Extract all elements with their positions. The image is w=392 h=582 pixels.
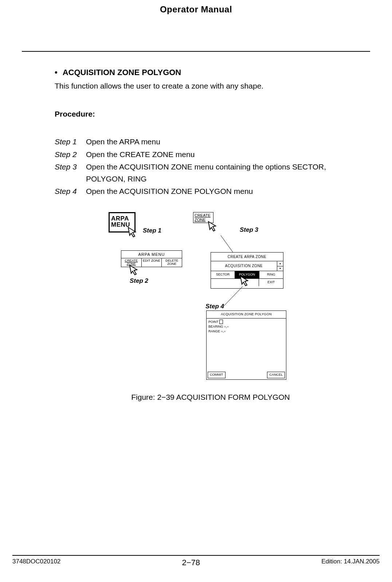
svg-marker-0 xyxy=(128,227,136,237)
polygon-panel-body: POINT BEARING =,= RANGE =,= xyxy=(207,319,286,335)
bullet-icon: • xyxy=(55,66,58,79)
bottom-rule xyxy=(12,555,380,556)
scroll-up-icon: ▴ xyxy=(277,261,283,266)
acquisition-zone-label: ACQUISITION ZONE xyxy=(211,261,277,271)
top-rule xyxy=(22,51,370,52)
svg-line-5 xyxy=(224,286,243,306)
step-row: Step 1 Open the ARPA menu xyxy=(55,136,366,148)
cursor-arrow-icon xyxy=(128,264,141,277)
option-sector: SECTOR xyxy=(211,271,235,278)
exit-button: EXIT xyxy=(259,279,283,286)
step-label: Step 4 xyxy=(55,185,81,198)
figure-caption: Figure: 2−39 ACQUISITION FORM POLYGON xyxy=(55,391,366,403)
figure-step2-label: Step 2 xyxy=(130,276,148,286)
step-text: Open the CREATE ZONE menu xyxy=(86,149,366,161)
cancel-button: CANCEL xyxy=(267,372,285,378)
section-heading: • ACQUISITION ZONE POLYGON xyxy=(55,66,366,79)
step-label: Step 2 xyxy=(55,149,81,161)
page-footer: 3748DOC020102 2−78 Edition: 14.JAN.2005 xyxy=(12,552,380,567)
commit-button: COMMIT xyxy=(208,372,226,378)
arpa-menu-panel-title: ARPA MENU xyxy=(121,251,182,258)
figure-step1-label: Step 1 xyxy=(143,226,161,235)
section-intro: This function allows the user to create … xyxy=(55,80,366,92)
scroll-arrows: ▴ ▾ xyxy=(277,261,283,271)
arpa-btn-line1: ARPA xyxy=(111,215,133,222)
footer-page-number: 2−78 xyxy=(182,558,200,567)
option-ring: RING xyxy=(259,271,283,278)
step-text: Open the ARPA menu xyxy=(86,136,366,148)
step-row: Step 4 Open the ACQUISITION ZONE POLYGON… xyxy=(55,185,366,198)
connector-line xyxy=(222,285,251,310)
acquisition-zone-polygon-panel: ACQUISITION ZONE POLYGON POINT BEARING =… xyxy=(206,310,286,380)
create-zone-label-l1: CREATE xyxy=(195,213,212,218)
create-arpa-zone-title: CREATE ARPA ZONE xyxy=(211,253,283,261)
connector-line xyxy=(205,223,238,256)
polygon-row-range: RANGE =,= xyxy=(208,329,284,334)
section-heading-text: ACQUISITION ZONE POLYGON xyxy=(63,66,181,79)
figure-step4-label: Step 4 xyxy=(205,302,224,311)
arpa-menu-edit-zone: EDIT ZONE xyxy=(141,258,162,267)
step-label: Step 3 xyxy=(55,161,81,185)
procedure-steps: Step 1 Open the ARPA menu Step 2 Open th… xyxy=(55,136,366,198)
step-text: Open the ACQUISITION ZONE POLYGON menu xyxy=(86,185,366,198)
step-text: Open the ACQUISITION ZONE menu containin… xyxy=(86,161,366,185)
figure-diagram: ARPA MENU Step 1 ARPA MENU CREATE ZONE E… xyxy=(109,212,313,383)
step-row: Step 2 Open the CREATE ZONE menu xyxy=(55,149,366,161)
figure-step3-label: Step 3 xyxy=(240,225,258,235)
scroll-down-icon: ▾ xyxy=(277,266,283,271)
step-label: Step 1 xyxy=(55,136,81,148)
svg-marker-4 xyxy=(240,276,248,286)
footer-doc-id: 3748DOC020102 xyxy=(12,558,60,567)
page-title: Operator Manual xyxy=(22,4,370,15)
svg-marker-1 xyxy=(130,265,137,275)
polygon-panel-title: ACQUISITION ZONE POLYGON xyxy=(207,311,286,319)
svg-line-3 xyxy=(221,235,234,254)
polygon-row-point: POINT xyxy=(208,320,284,324)
footer-edition: Edition: 14.JAN.2005 xyxy=(321,558,380,567)
main-content: • ACQUISITION ZONE POLYGON This function… xyxy=(55,66,366,403)
polygon-row-bearing: BEARING =,= xyxy=(208,324,284,329)
arpa-menu-delete-zone: DELETE ZONE xyxy=(161,258,182,267)
step-row: Step 3 Open the ACQUISITION ZONE menu co… xyxy=(55,161,366,185)
procedure-label: Procedure: xyxy=(55,108,366,120)
cursor-arrow-icon xyxy=(127,226,139,239)
